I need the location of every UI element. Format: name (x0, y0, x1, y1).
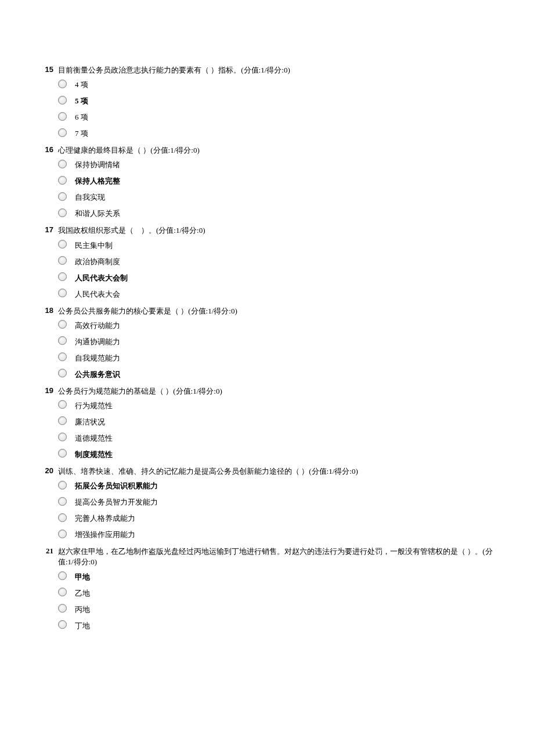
option-label: 甲地 (75, 570, 90, 582)
options-list: 保持协调情绪保持人格完整自我实现和谐人际关系 (58, 156, 499, 221)
option-label: 制度规范性 (75, 447, 113, 460)
question-row: 15目前衡量公务员政治意志执行能力的要素有（ ）指标。(分值:1/得分:0) (35, 64, 499, 75)
option-label: 和谐人际关系 (75, 206, 120, 219)
radio-icon[interactable] (58, 604, 67, 613)
option-label: 高效行动能力 (75, 318, 120, 331)
radio-icon[interactable] (58, 176, 67, 185)
radio-icon[interactable] (58, 449, 67, 458)
option-row: 道德规范性 (58, 429, 499, 445)
option-row: 5 项 (58, 92, 499, 108)
question-text: 我国政权组织形式是（ ）。(分值:1/得分:0) (58, 224, 499, 236)
option-row: 丙地 (58, 600, 499, 617)
radio-icon[interactable] (58, 433, 67, 441)
questions-container: 15目前衡量公务员政治意志执行能力的要素有（ ）指标。(分值:1/得分:0)4 … (35, 64, 499, 633)
question-text: 心理健康的最终目标是（ ）(分值:1/得分:0) (58, 144, 499, 156)
radio-icon[interactable] (58, 256, 67, 265)
radio-icon[interactable] (58, 497, 67, 506)
option-row: 拓展公务员知识积累能力 (58, 477, 499, 493)
question-row: 18公务员公共服务能力的核心要素是（ ）(分值:1/得分:0) (35, 305, 499, 316)
option-row: 增强操作应用能力 (58, 525, 499, 542)
radio-icon[interactable] (58, 400, 67, 409)
option-label: 丁地 (75, 618, 90, 631)
option-label: 丙地 (75, 602, 90, 615)
radio-icon[interactable] (58, 240, 67, 249)
radio-icon[interactable] (58, 160, 67, 168)
options-list: 甲地乙地丙地丁地 (58, 568, 499, 633)
question-row: 19公务员行为规范能力的基础是（ ）(分值:1/得分:0) (35, 385, 499, 397)
options-list: 行为规范性廉洁状况道德规范性制度规范性 (58, 397, 499, 462)
option-label: 完善人格养成能力 (75, 511, 135, 524)
option-label: 提高公务员智力开发能力 (75, 495, 158, 507)
option-row: 保持人格完整 (58, 172, 499, 188)
option-label: 政治协商制度 (75, 254, 120, 267)
option-label: 4 项 (75, 77, 88, 90)
question-number: 17 (35, 224, 58, 234)
question-number: 15 (35, 64, 58, 74)
option-row: 民主集中制 (58, 236, 499, 253)
option-row: 自我实现 (58, 188, 499, 204)
question: 21赵六家住甲地，在乙地制作盗版光盘经过丙地运输到丁地进行销售。对赵六的违法行为… (35, 545, 499, 632)
question-text: 公务员行为规范能力的基础是（ ）(分值:1/得分:0) (58, 385, 499, 397)
options-list: 拓展公务员知识积累能力提高公务员智力开发能力完善人格养成能力增强操作应用能力 (58, 477, 499, 542)
option-label: 保持人格完整 (75, 174, 120, 186)
option-row: 公共服务意识 (58, 365, 499, 381)
option-label: 道德规范性 (75, 431, 113, 444)
question-row: 20训练、培养快速、准确、持久的记忆能力是提高公务员创新能力途径的（ ）(分值:… (35, 465, 499, 477)
radio-icon[interactable] (58, 128, 67, 137)
radio-icon[interactable] (58, 192, 67, 201)
option-row: 制度规范性 (58, 445, 499, 462)
options-list: 民主集中制政治协商制度人民代表大会制人民代表大会 (58, 236, 499, 301)
question-number: 21 (35, 545, 58, 556)
option-label: 人民代表大会 (75, 287, 120, 300)
question-text: 目前衡量公务员政治意志执行能力的要素有（ ）指标。(分值:1/得分:0) (58, 64, 499, 75)
radio-icon[interactable] (58, 481, 67, 489)
radio-icon[interactable] (58, 513, 67, 522)
options-list: 高效行动能力沟通协调能力自我规范能力公共服务意识 (58, 316, 499, 381)
option-label: 6 项 (75, 110, 88, 123)
radio-icon[interactable] (58, 320, 67, 329)
radio-icon[interactable] (58, 369, 67, 377)
option-row: 高效行动能力 (58, 316, 499, 333)
option-row: 乙地 (58, 584, 499, 600)
radio-icon[interactable] (58, 416, 67, 425)
radio-icon[interactable] (58, 571, 67, 580)
question: 18公务员公共服务能力的核心要素是（ ）(分值:1/得分:0)高效行动能力沟通协… (35, 305, 499, 381)
option-row: 甲地 (58, 568, 499, 584)
radio-icon[interactable] (58, 336, 67, 345)
option-label: 廉洁状况 (75, 415, 105, 427)
option-row: 4 项 (58, 75, 499, 92)
radio-icon[interactable] (58, 620, 67, 629)
question: 17我国政权组织形式是（ ）。(分值:1/得分:0)民主集中制政治协商制度人民代… (35, 224, 499, 301)
option-label: 7 项 (75, 126, 88, 139)
option-row: 7 项 (58, 124, 499, 141)
question-number: 19 (35, 385, 58, 395)
option-label: 拓展公务员知识积累能力 (75, 478, 158, 491)
question: 19公务员行为规范能力的基础是（ ）(分值:1/得分:0)行为规范性廉洁状况道德… (35, 385, 499, 462)
option-row: 提高公务员智力开发能力 (58, 493, 499, 509)
radio-icon[interactable] (58, 112, 67, 121)
radio-icon[interactable] (58, 80, 67, 88)
question-row: 16心理健康的最终目标是（ ）(分值:1/得分:0) (35, 144, 499, 156)
question-number: 18 (35, 305, 58, 315)
option-row: 人民代表大会制 (58, 269, 499, 285)
option-label: 人民代表大会制 (75, 271, 128, 283)
radio-icon[interactable] (58, 208, 67, 217)
option-label: 公共服务意识 (75, 367, 120, 380)
question-text: 赵六家住甲地，在乙地制作盗版光盘经过丙地运输到丁地进行销售。对赵六的违法行为要进… (58, 545, 499, 567)
option-row: 丁地 (58, 617, 499, 633)
option-row: 完善人格养成能力 (58, 509, 499, 525)
radio-icon[interactable] (58, 530, 67, 538)
radio-icon[interactable] (58, 289, 67, 297)
option-label: 5 项 (75, 93, 88, 106)
question-number: 20 (35, 465, 58, 475)
question-row: 21赵六家住甲地，在乙地制作盗版光盘经过丙地运输到丁地进行销售。对赵六的违法行为… (35, 545, 499, 567)
question-row: 17我国政权组织形式是（ ）。(分值:1/得分:0) (35, 224, 499, 236)
radio-icon[interactable] (58, 588, 67, 596)
question-text: 公务员公共服务能力的核心要素是（ ）(分值:1/得分:0) (58, 305, 499, 316)
radio-icon[interactable] (58, 352, 67, 361)
options-list: 4 项5 项6 项7 项 (58, 75, 499, 141)
option-row: 廉洁状况 (58, 413, 499, 429)
radio-icon[interactable] (58, 96, 67, 105)
option-label: 自我实现 (75, 190, 105, 203)
radio-icon[interactable] (58, 272, 67, 281)
